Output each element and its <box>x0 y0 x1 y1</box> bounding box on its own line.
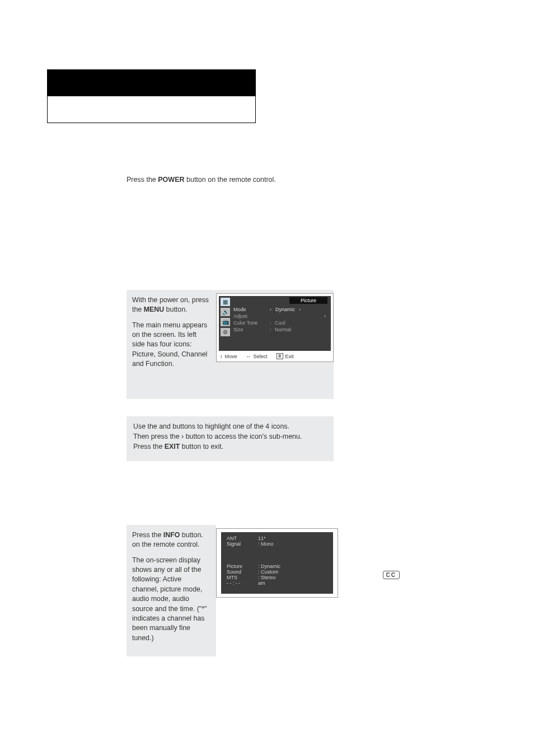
text: button to exit. <box>180 443 223 450</box>
chapter-header <box>47 69 256 123</box>
osd-row-label: Adjust <box>233 313 266 319</box>
right-arrow-icon: › <box>297 307 302 312</box>
osd-row-sep: : <box>268 320 273 326</box>
text: Then press the <box>133 433 181 440</box>
text: Use the <box>133 422 159 430</box>
osd-row: Adjust › <box>233 313 327 320</box>
info-row-label: Picture <box>227 564 254 569</box>
text: Press the <box>133 443 165 450</box>
step-4: Press the INFO button. on the remote con… <box>127 525 334 656</box>
line: Use the and buttons to highlight one of … <box>133 422 327 432</box>
info-row-label: Sound <box>227 569 254 575</box>
text: Press the <box>132 531 163 539</box>
info-row: - - : - -am <box>227 580 327 586</box>
label: Select <box>254 354 268 359</box>
info-label: INFO <box>163 531 180 539</box>
sound-icon: 🔊 <box>221 308 230 316</box>
step-2-text: With the power on, press the MENU button… <box>127 290 216 399</box>
info-row-value: : Dynamic <box>258 564 280 569</box>
line: Then press the › button to access the ic… <box>133 432 327 442</box>
osd-row-value: Dynamic <box>275 307 295 312</box>
osd-row: Color Tone : Cool <box>233 320 327 326</box>
info-screenshot: ANT11* Signal: Mono Picture: Dynamic Sou… <box>216 528 338 598</box>
text: Press the <box>127 176 158 184</box>
leftright-icon <box>246 354 251 359</box>
picture-icon: ▦ <box>221 298 230 306</box>
osd-row-label: Color Tone <box>233 320 266 326</box>
paragraph: With the power on, press the MENU button… <box>132 295 209 315</box>
exit-label: EXIT <box>165 443 180 450</box>
info-row: Sound: Custom <box>227 569 327 575</box>
text: and <box>159 422 172 430</box>
menu-label: MENU <box>144 306 164 313</box>
step-4-figure: ANT11* Signal: Mono Picture: Dynamic Sou… <box>216 525 343 603</box>
info-row-label: - - : - - <box>227 580 254 586</box>
info-row: MTS: Stereo <box>227 575 327 580</box>
info-osd: ANT11* Signal: Mono Picture: Dynamic Sou… <box>221 532 333 594</box>
step-4-text: Press the INFO button. on the remote con… <box>127 525 216 656</box>
osd-screenshot: Picture ▦ 🔊 📺 ⚙ Mode ‹ Dynamic <box>216 293 334 362</box>
info-row-value: am <box>258 580 265 586</box>
paragraph: The main menu appears on the screen. Its… <box>132 321 209 369</box>
step-1: Press the POWER button on the remote con… <box>127 176 334 184</box>
osd-row-label: Size <box>233 327 266 332</box>
paragraph: The on-screen display shows any or all o… <box>132 556 209 643</box>
osd-row: Mode ‹ Dynamic › <box>233 306 327 313</box>
info-row: ANT11* <box>227 536 327 541</box>
info-block: Picture: Dynamic Sound: Custom MTS: Ster… <box>227 564 327 586</box>
step-3: Use the and buttons to highlight one of … <box>127 416 334 461</box>
osd-row-value: Cool <box>275 320 285 326</box>
function-icon: ⚙ <box>221 328 230 336</box>
info-row: Signal: Mono <box>227 541 327 547</box>
right-arrow-icon: › <box>322 313 327 319</box>
line: Press the EXIT button to exit. <box>133 442 327 452</box>
info-row-value: 11* <box>258 536 266 541</box>
info-row-value: : Mono <box>258 541 274 547</box>
label: Move <box>225 354 237 359</box>
osd-row-value: Normal <box>275 327 291 332</box>
closed-caption-badge: CC <box>383 571 400 579</box>
step-4-row: Press the INFO button. on the remote con… <box>127 525 334 656</box>
power-label: POWER <box>158 176 184 184</box>
osd-footer: Move Select ⅢExit <box>219 351 331 360</box>
osd-row: Size : Normal <box>233 326 327 333</box>
channel-icon: 📺 <box>221 318 230 326</box>
text: button. <box>164 306 187 313</box>
osd-title: Picture <box>289 297 327 304</box>
osd-menu: Picture ▦ 🔊 📺 ⚙ Mode ‹ Dynamic <box>219 296 331 351</box>
step-3-box: Use the and buttons to highlight one of … <box>127 416 334 461</box>
updown-icon <box>220 354 223 359</box>
info-row-label: ANT <box>227 536 254 541</box>
info-row-label: Signal <box>227 541 254 547</box>
info-row: Picture: Dynamic <box>227 564 327 569</box>
text: buttons to highlight one of the 4 icons. <box>172 422 289 430</box>
left-arrow-icon: ‹ <box>268 307 273 312</box>
chapter-title-bar <box>47 69 256 96</box>
osd-sidebar-icons: ▦ 🔊 📺 ⚙ <box>221 298 231 336</box>
step-2-figure: Picture ▦ 🔊 📺 ⚙ Mode ‹ Dynamic <box>216 290 338 399</box>
exit-hint: ⅢExit <box>277 353 294 359</box>
manual-page: Press the POWER button on the remote con… <box>0 0 534 756</box>
osd-row-label: Mode <box>233 307 266 312</box>
move-hint: Move <box>220 353 237 359</box>
osd-row-sep: : <box>268 327 273 332</box>
step-1-text: Press the POWER button on the remote con… <box>127 176 334 184</box>
menu-key-icon: Ⅲ <box>277 353 283 359</box>
info-row-value: : Stereo <box>258 575 276 580</box>
cc-icon: CC <box>383 571 400 579</box>
info-row-value: : Custom <box>258 569 278 575</box>
paragraph: Press the INFO button. on the remote con… <box>132 530 209 550</box>
label: Exit <box>285 354 294 359</box>
step-2-box: With the power on, press the MENU button… <box>127 290 334 399</box>
step-2: With the power on, press the MENU button… <box>127 290 334 399</box>
text: button on the remote control. <box>185 176 276 184</box>
info-row-label: MTS <box>227 575 254 580</box>
select-hint: Select <box>246 353 268 359</box>
osd-body: Mode ‹ Dynamic › Adjust › Color Tone <box>233 297 327 350</box>
chapter-subtitle-bar <box>47 96 256 123</box>
text: button to access the icon's sub-menu. <box>184 433 302 440</box>
